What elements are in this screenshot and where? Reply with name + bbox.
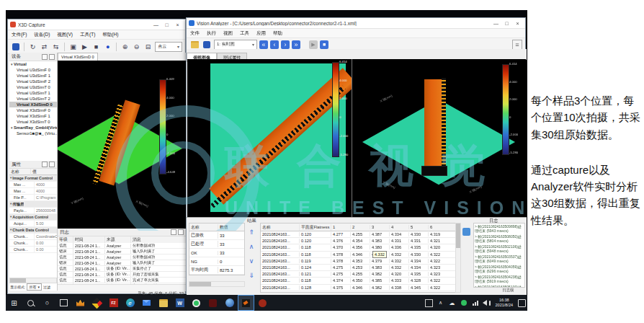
property-row[interactable]: File P... C:\Program Fil... — [9, 195, 57, 201]
prev-row-icon[interactable]: ∧ — [246, 241, 257, 252]
device-tree-item[interactable]: Virtual U3dSimF 0 — [9, 67, 57, 73]
device-tree-item[interactable]: Virtual X3dSimF 0 — [9, 107, 57, 113]
menu-item[interactable]: 设备(D) — [30, 32, 53, 38]
clock[interactable]: 16:38 2021/8/24 — [493, 298, 516, 308]
hidden-icons-chevron[interactable]: ∧ — [435, 295, 447, 311]
property-row[interactable]: Chunk Data Control — [9, 227, 57, 234]
menu-item[interactable]: 文件(F) — [8, 32, 30, 38]
record-icon[interactable]: ● — [103, 42, 112, 52]
results-row[interactable]: 20210824163... 0.118 4.374 4.350 4.385 4… — [261, 278, 455, 284]
minimize-button[interactable]: — — [491, 19, 501, 28]
panel-float-icon[interactable] — [171, 229, 176, 235]
close-button[interactable]: × — [172, 20, 183, 30]
results-row[interactable]: 20210824163... 0.120 4.376 4.354 4.383 4… — [261, 238, 455, 244]
zoom-in-icon[interactable]: ⊕ — [120, 42, 130, 52]
menu-item[interactable]: 视图 — [220, 30, 236, 37]
device-tree-item[interactable]: Sensor1■@■_ (Virtu... — [9, 130, 57, 136]
log-row[interactable]: 信息 2021-08-24 1... 设备 (ID: Vir... 完成了单次采… — [58, 278, 186, 283]
side-panel-icon[interactable]: ≡ — [512, 40, 522, 50]
capture-3d-view[interactable]: 6.4094.0002.0000-2.000-4.649 X 轴(mm) Y 轴… — [58, 61, 186, 229]
stats-row[interactable]: 平均时间 8275.3 — [189, 266, 244, 275]
topview-3d-view[interactable]: 6.4144.0002.0000-2.000-5.280 — [187, 59, 352, 217]
minimize-button[interactable]: — — [151, 20, 161, 30]
analyzer-titlebar[interactable]: Vision Analyzer - [C:/Users/Longan/Deskt… — [187, 18, 525, 29]
analyzer-log-list[interactable]: > 帧(20210824163509898)处理结束 (5943 msecs)>… — [473, 223, 525, 288]
stats-row[interactable]: 已处理 33 — [189, 240, 244, 249]
log-row[interactable]: 信息 2021-08-24 1... Analyzer 分析数据成功 — [58, 255, 186, 260]
stats-row[interactable]: NG 0 — [189, 257, 244, 266]
results-row[interactable]: 20210824163... 0.120 4.277 4.255 4.387 4… — [261, 231, 455, 238]
stop-icon[interactable]: ■ — [91, 42, 101, 52]
zoom-out-icon[interactable]: ⊖ — [132, 42, 141, 52]
device-tree-item[interactable]: Virtual U3dSimT 2 — [9, 96, 57, 102]
preset-dropdown[interactable]: 1: 实时图 ▾ — [214, 40, 257, 50]
property-row[interactable]: Paylo... 256000048 — [9, 208, 57, 214]
maximize-button[interactable]: □ — [501, 19, 512, 28]
log-row[interactable]: 错误 2021-08-24 1... Analyzer 输入队列满了 — [58, 249, 186, 255]
task-view-icon[interactable] — [55, 295, 72, 311]
save-icon[interactable] — [11, 42, 20, 52]
property-row[interactable]: Max ... 4000 — [9, 182, 57, 188]
last-row-icon[interactable]: ⇓ — [246, 270, 257, 281]
last-frame-icon[interactable]: » — [292, 40, 300, 49]
crown-app-icon[interactable] — [72, 295, 89, 311]
stats-hscrollbar[interactable] — [189, 281, 245, 287]
connect-icon[interactable]: ⇄ — [40, 42, 49, 52]
play-icon[interactable]: ▶ — [309, 40, 318, 49]
filezilla-icon[interactable]: FZ — [105, 295, 122, 311]
sphere-app-icon[interactable] — [221, 295, 238, 311]
capture-app-active-icon[interactable] — [238, 295, 254, 311]
start-button[interactable]: ⊞ — [6, 295, 22, 311]
ime-icon[interactable] — [424, 295, 435, 311]
property-row[interactable]: Chunk... 0.00 — [9, 247, 57, 253]
stop-icon[interactable]: ■ — [320, 40, 328, 49]
notifications-icon[interactable] — [516, 295, 527, 311]
first-row-icon[interactable]: ⇑ — [246, 226, 257, 238]
device-tree-item[interactable]: Virtual X3dSimD 0 — [9, 102, 57, 107]
log-row[interactable]: 信息 2021-08-24 1... Analyzer 分析数据成功 — [58, 243, 186, 249]
panel-float-icon[interactable] — [42, 162, 48, 167]
cloud-icon[interactable]: ☁ — [447, 295, 458, 311]
results-row[interactable]: 20210824163... 0.128 4.375 4.346 4.382 4… — [261, 285, 455, 291]
device-tree-item[interactable]: Virtual X3dSimF 1 — [9, 113, 57, 119]
menu-item[interactable]: 工具 — [236, 30, 253, 37]
status-dot-icon[interactable] — [458, 295, 470, 311]
cortana-icon[interactable]: ○ — [39, 295, 55, 311]
maximize-button[interactable]: □ — [161, 20, 172, 30]
properties-hscrollbar[interactable] — [9, 278, 57, 283]
menu-item[interactable]: 工具(T) — [76, 32, 99, 38]
device-tree-item[interactable]: Virtual — [9, 61, 57, 67]
results-row[interactable]: 20210824163... 0.124 4.275 4.253 4.383 4… — [261, 265, 455, 271]
clear-log-icon[interactable] — [462, 228, 470, 236]
menu-item[interactable]: 帮助 — [269, 30, 286, 37]
refresh-icon[interactable]: ↻ — [28, 42, 37, 52]
results-row[interactable]: 20210824163... 0.118 4.370 4.356 4.380 4… — [261, 244, 455, 251]
results-vscrollbar[interactable] — [455, 223, 461, 293]
speaker-icon[interactable] — [481, 295, 493, 311]
device-tree-item[interactable]: SmartRay_GmbH(Virtual ... — [9, 125, 57, 130]
file-explorer-icon[interactable] — [155, 295, 171, 311]
save-icon[interactable] — [202, 40, 212, 50]
view-mode-dropdown[interactable]: 点云 ▾ — [155, 42, 182, 52]
snapshot-icon[interactable]: ▣ — [68, 42, 78, 52]
stats-row[interactable]: 已接收 33 — [189, 231, 244, 240]
property-row[interactable]: 传输层 — [9, 201, 57, 208]
log-row[interactable]: 信息 2021-08-24 1... 设备 (ID: Vir... 开始了连续采… — [58, 272, 186, 278]
next-row-icon[interactable]: ∨ — [246, 255, 257, 267]
property-row[interactable]: Image Format Control — [9, 175, 57, 182]
device-tree-item[interactable]: Virtual U3dSimF 1 — [9, 73, 57, 79]
menu-item[interactable]: 文件 — [187, 30, 203, 37]
search-icon[interactable] — [22, 295, 39, 311]
open-icon[interactable] — [189, 40, 200, 50]
dark-app-icon[interactable] — [205, 295, 221, 311]
device-tree-item[interactable]: Virtual U3dSimT 1 — [9, 90, 57, 96]
property-row[interactable]: Acqui... 5.00 — [9, 221, 57, 227]
close-button[interactable]: × — [512, 19, 523, 28]
menu-item[interactable]: 执行 — [203, 30, 220, 37]
zoom-fit-icon[interactable]: ⊟ — [143, 42, 153, 52]
property-row[interactable]: Chunk... CoordinateC — [9, 234, 57, 240]
word-icon[interactable]: W — [171, 295, 188, 311]
property-row[interactable]: Acquisition Control — [9, 214, 57, 221]
edge-icon[interactable]: e — [122, 295, 138, 311]
property-row[interactable]: Chunk... 0.00 — [9, 240, 57, 247]
